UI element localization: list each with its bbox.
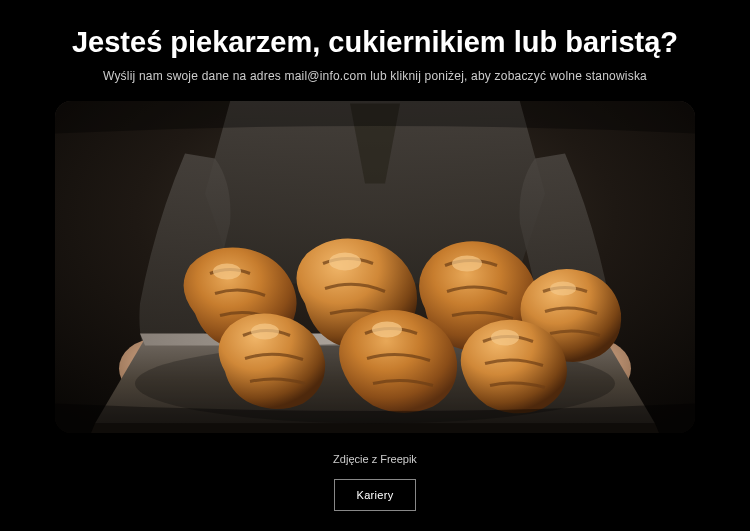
- page-subheading: Wyślij nam swoje dane na adres mail@info…: [103, 69, 647, 83]
- hero-image: [55, 101, 695, 433]
- image-caption: Zdjęcie z Freepik: [333, 453, 417, 465]
- careers-button[interactable]: Kariery: [334, 479, 417, 511]
- page-heading: Jesteś piekarzem, cukiernikiem lub baris…: [72, 26, 678, 59]
